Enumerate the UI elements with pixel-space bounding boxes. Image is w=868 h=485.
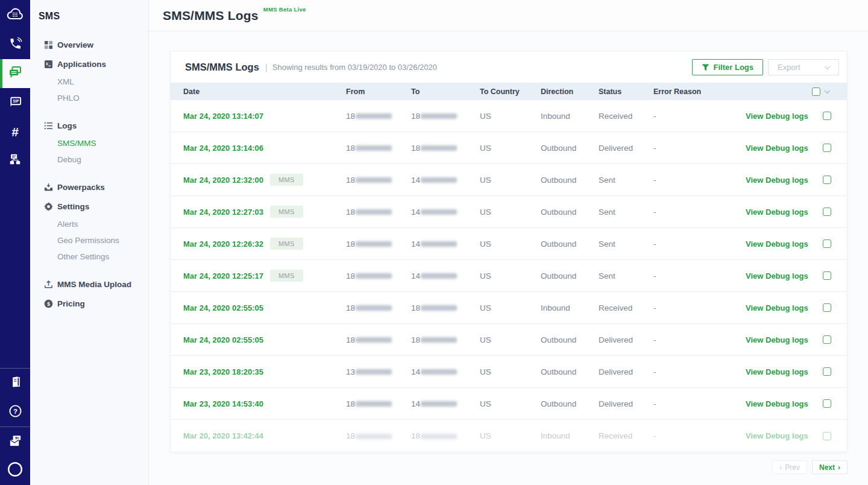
sidebar-item-pricing[interactable]: $Pricing (30, 294, 148, 313)
table-row: Mar 24, 2020 02:55:051818USInboundReceiv… (171, 292, 847, 324)
table-header-row: Date From To To Country Direction Status… (171, 83, 847, 100)
sidebar-item-alerts[interactable]: Alerts (30, 216, 148, 232)
sidebar-item-logs[interactable]: Logs (30, 116, 148, 135)
from-number-redacted (356, 177, 392, 183)
bulk-actions-chevron-down-icon[interactable] (825, 87, 831, 94)
sidebar-item-mms-media-upload[interactable]: MMS Media Upload (30, 274, 148, 294)
next-page-button[interactable]: Next › (812, 460, 848, 474)
mms-badge: MMS (270, 206, 303, 218)
row-checkbox[interactable] (823, 367, 831, 376)
row-checkbox[interactable] (823, 176, 831, 184)
filter-logs-button[interactable]: Filter Logs (692, 59, 763, 75)
rail-item-phlo[interactable] (0, 146, 30, 175)
cell-to: 14 (411, 208, 480, 217)
sidebar-item-applications[interactable]: Applications (30, 54, 148, 74)
view-debug-logs-link[interactable]: View Debug logs (746, 176, 818, 185)
sidebar-item-sms-mms[interactable]: SMS/MMS (30, 135, 148, 151)
card-actions: Filter Logs Export (692, 59, 839, 75)
sidebar-item-overview[interactable]: Overview (30, 35, 148, 54)
plivo-logo-icon (6, 7, 24, 24)
cell-status: Received (599, 303, 653, 312)
view-debug-logs-link[interactable]: View Debug logs (746, 239, 818, 249)
cell-from: 18 (346, 144, 411, 153)
table-row: Mar 24, 2020 12:25:17MMS1814USOutboundSe… (171, 260, 847, 292)
sidebar-item-label: SMS/MMS (57, 139, 96, 148)
select-all-checkbox[interactable] (812, 87, 820, 96)
rail-item-voice[interactable] (0, 30, 30, 59)
to-number-prefix: 14 (411, 271, 420, 281)
row-checkbox[interactable] (823, 208, 831, 216)
docs-icon (9, 376, 22, 391)
cell-from: 18 (346, 271, 411, 281)
svg-text:$: $ (15, 435, 17, 439)
to-number-prefix: 14 (411, 399, 420, 408)
sidebar-item-other-settings[interactable]: Other Settings (30, 249, 148, 265)
to-number-redacted (421, 434, 457, 439)
from-number-redacted (356, 273, 392, 279)
row-checkbox[interactable] (823, 399, 831, 408)
rail-item-messaging[interactable] (0, 59, 30, 88)
view-debug-logs-link[interactable]: View Debug logs (746, 144, 818, 153)
rail-item-billing[interactable]: $ (0, 427, 30, 456)
row-checkbox[interactable] (823, 303, 831, 312)
view-debug-logs-link[interactable]: View Debug logs (746, 271, 818, 281)
cell-to-country: US (480, 335, 541, 344)
cell-to-country: US (480, 239, 541, 249)
view-debug-logs-link[interactable]: View Debug logs (746, 303, 818, 312)
row-checkbox[interactable] (823, 144, 831, 152)
from-number-redacted (356, 241, 392, 247)
col-header-status: Status (599, 87, 653, 96)
cell-date: Mar 24, 2020 12:32:00MMS (183, 174, 346, 186)
view-debug-logs-link[interactable]: View Debug logs (746, 399, 818, 408)
cell-status: Received (599, 431, 653, 440)
sidebar-item-phlo[interactable]: PHLO (30, 90, 148, 106)
log-date: Mar 24, 2020 02:55:05 (183, 335, 263, 344)
cell-direction: Inbound (541, 112, 599, 121)
row-checkbox[interactable] (823, 432, 831, 440)
cell-from: 18 (346, 112, 411, 121)
sidebar-item-settings[interactable]: Settings (30, 197, 148, 216)
row-checkbox[interactable] (823, 335, 831, 344)
sidebar-item-label: MMS Media Upload (57, 280, 131, 289)
cell-direction: Outbound (541, 208, 599, 217)
to-number-redacted (421, 305, 457, 311)
cell-date: Mar 23, 2020 18:20:35 (183, 367, 346, 376)
mms-badge: MMS (270, 270, 303, 282)
main-content: SMS/MMS Logs MMS Beta Live SMS/MMS Logs … (149, 0, 868, 485)
to-number-prefix: 14 (411, 176, 420, 185)
cell-to-country: US (480, 144, 541, 153)
row-checkbox[interactable] (823, 271, 831, 280)
rail-item-help[interactable]: ? (0, 398, 30, 426)
row-checkbox[interactable] (823, 112, 831, 120)
cell-to: 14 (411, 367, 480, 376)
to-number-prefix: 18 (411, 303, 420, 312)
cell-to: 18 (411, 303, 480, 312)
log-date: Mar 24, 2020 12:26:32 (183, 239, 263, 249)
sidebar-item-debug[interactable]: Debug (30, 151, 148, 168)
rail-item-home[interactable] (0, 0, 30, 30)
rail-item-phone-numbers[interactable]: # (0, 117, 30, 146)
rail-item-docs[interactable] (0, 369, 30, 398)
rail-item-account[interactable] (0, 456, 30, 485)
from-number-prefix: 18 (346, 399, 355, 408)
to-number-redacted (421, 209, 457, 215)
prev-page-button[interactable]: ‹ Prev (772, 460, 807, 474)
view-debug-logs-link[interactable]: View Debug logs (746, 431, 818, 440)
view-debug-logs-link[interactable]: View Debug logs (746, 367, 818, 376)
view-debug-logs-link[interactable]: View Debug logs (746, 208, 818, 217)
powerpacks-icon (43, 182, 53, 192)
view-debug-logs-link[interactable]: View Debug logs (746, 112, 818, 121)
sidebar-item-geo-permissions[interactable]: Geo Permissions (30, 232, 148, 249)
sidebar-item-powerpacks[interactable]: Powerpacks (30, 177, 148, 197)
cell-to: 18 (411, 335, 480, 344)
table-row: Mar 23, 2020 18:20:351314USOutboundDeliv… (171, 356, 847, 388)
rail-item-zentrunk-sip[interactable]: SIP (0, 88, 30, 117)
export-button[interactable]: Export (768, 59, 839, 75)
to-number-redacted (421, 337, 457, 343)
sidebar-item-xml[interactable]: XML (30, 74, 148, 90)
cell-from: 18 (346, 399, 411, 408)
row-checkbox[interactable] (823, 239, 831, 248)
view-debug-logs-link[interactable]: View Debug logs (746, 335, 818, 344)
cell-checkbox (818, 335, 848, 344)
cell-checkbox (818, 399, 848, 408)
